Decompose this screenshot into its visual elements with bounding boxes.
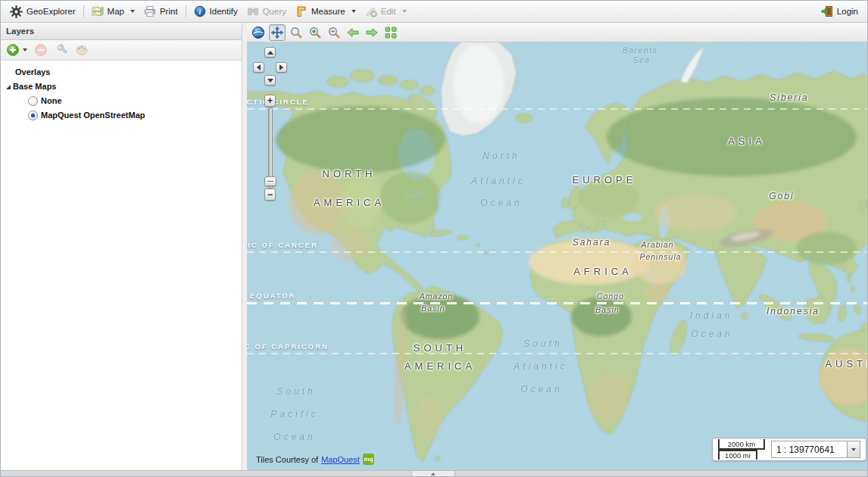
base-map-option-label: None xyxy=(41,94,62,108)
south-collapse-bar xyxy=(1,470,867,477)
map-label: AUSTRALIA xyxy=(825,358,868,369)
google-earth-button[interactable] xyxy=(250,24,267,41)
map-label: South xyxy=(523,338,562,349)
print-button[interactable]: Print xyxy=(139,2,183,20)
map-label: NORTH xyxy=(323,168,376,179)
latitude-label: EQUATOR xyxy=(250,292,296,300)
map-label: AFRICA xyxy=(573,266,632,277)
magnifier-icon xyxy=(289,26,303,39)
mapquest-logo-icon: mq xyxy=(363,454,374,465)
tree-node-base-maps[interactable]: Base Maps xyxy=(1,80,242,94)
pan-right-button[interactable] xyxy=(276,62,287,73)
scale-panel: 2000 km 1000 mi 1 : 139770641 xyxy=(712,438,866,461)
south-expand-tab[interactable] xyxy=(411,471,455,477)
pan-up-button[interactable] xyxy=(264,47,276,58)
binoculars-icon xyxy=(247,5,259,17)
scale-combobox[interactable]: 1 : 139770641 xyxy=(771,441,860,458)
brand: GeoExplorer xyxy=(5,2,80,20)
print-icon xyxy=(144,5,156,17)
map-label: South xyxy=(276,386,315,397)
pan-tool-button[interactable] xyxy=(269,24,286,41)
tree-node-overlays[interactable]: Overlays xyxy=(1,65,242,80)
pencil-icon xyxy=(365,5,377,17)
latitude-line xyxy=(247,251,868,253)
map-viewport[interactable]: ARCTIC CIRCLETROPIC OF CANCEREQUATORTROP… xyxy=(247,42,868,470)
info-icon: i xyxy=(194,5,206,17)
edit-label: Edit xyxy=(381,2,396,20)
combo-dropdown-button[interactable] xyxy=(847,441,860,457)
print-label: Print xyxy=(160,2,178,20)
pan-left-button[interactable] xyxy=(253,62,264,73)
attribution: Tiles Courtesy of MapQuest mq xyxy=(256,454,374,465)
door-login-icon xyxy=(821,5,833,17)
remove-layer-icon xyxy=(34,43,48,57)
zoom-out-slider-button[interactable]: − xyxy=(264,189,276,201)
map-label: Ocean xyxy=(480,198,522,208)
latitude-label: ARCTIC CIRCLE xyxy=(247,98,309,106)
chevron-down-icon xyxy=(351,10,356,13)
map-label: ASIA xyxy=(728,136,766,147)
latitude-line xyxy=(247,302,868,304)
map-label: AMERICA xyxy=(404,360,476,372)
map-label: Basin xyxy=(595,305,619,314)
map-label: Ocean xyxy=(691,329,732,339)
gear-logo-icon xyxy=(10,5,23,18)
latitude-label: TROPIC OF CANCER xyxy=(247,241,318,249)
mapquest-link[interactable]: MapQuest xyxy=(321,455,360,464)
brand-label: GeoExplorer xyxy=(27,2,76,20)
map-label: Barents xyxy=(623,45,658,55)
zoom-box-button[interactable] xyxy=(288,24,304,41)
identify-button[interactable]: i Identify xyxy=(189,2,242,20)
svg-text:i: i xyxy=(198,8,201,16)
identify-label: Identify xyxy=(210,2,238,20)
arrow-left-icon xyxy=(257,64,261,70)
zoom-in-button[interactable] xyxy=(307,24,323,41)
toolbar-separator xyxy=(186,5,186,18)
layers-panel-header: Layers xyxy=(1,23,242,40)
map-label: Atlantic xyxy=(471,176,525,186)
pan-arrows-icon xyxy=(270,26,284,39)
zoom-slider-handle[interactable] xyxy=(264,176,276,186)
base-map-options: NoneMapQuest OpenStreetMap xyxy=(1,94,242,123)
max-extent-button[interactable] xyxy=(382,24,399,41)
map-label: AMERICA xyxy=(314,197,385,208)
arrow-up-icon xyxy=(267,51,273,55)
geoexplorer-window: GeoExplorer Map Print xyxy=(0,0,868,477)
pan-down-button[interactable] xyxy=(264,75,276,86)
attribution-text: Tiles Courtesy of xyxy=(256,455,318,464)
edit-menu-button: Edit xyxy=(361,2,411,20)
scale-value: 1 : 139770641 xyxy=(772,444,847,455)
chevron-down-icon xyxy=(130,10,135,13)
layers-tree: Overlays Base Maps NoneMapQuest OpenStre… xyxy=(1,61,242,123)
expander-icon[interactable] xyxy=(1,84,13,90)
next-extent-button[interactable] xyxy=(364,24,380,41)
map-label: Ocean xyxy=(520,384,562,394)
world-map-tiles xyxy=(247,42,868,470)
radio-selected-icon[interactable] xyxy=(28,111,38,120)
base-map-option[interactable]: None xyxy=(1,94,242,108)
add-layer-icon xyxy=(6,43,20,57)
radio-icon[interactable] xyxy=(28,96,38,106)
overlays-label: Overlays xyxy=(15,65,50,80)
magnifier-plus-icon xyxy=(308,26,322,39)
map-menu-button[interactable]: Map xyxy=(87,2,139,20)
map-toolbar xyxy=(247,23,868,42)
base-map-option[interactable]: MapQuest OpenStreetMap xyxy=(1,108,242,123)
palette-icon xyxy=(75,43,89,57)
add-layer-button[interactable] xyxy=(5,42,29,58)
arrow-down-icon xyxy=(267,79,273,83)
measure-menu-button[interactable]: Measure xyxy=(291,2,361,20)
zoom-out-button[interactable] xyxy=(326,24,342,41)
remove-layer-button xyxy=(33,42,49,58)
login-label: Login xyxy=(837,2,858,20)
map-label: Peninsula xyxy=(639,252,681,261)
zoom-in-slider-button[interactable]: + xyxy=(264,95,276,107)
login-button[interactable]: Login xyxy=(816,2,863,20)
base-map-option-label: MapQuest OpenStreetMap xyxy=(41,108,145,123)
map-label: North xyxy=(482,151,520,161)
base-maps-label: Base Maps xyxy=(13,80,56,94)
map-label: Congo xyxy=(597,292,624,301)
arrow-right-icon xyxy=(279,64,283,70)
chevron-down-icon xyxy=(851,448,856,451)
previous-extent-button[interactable] xyxy=(345,24,361,41)
